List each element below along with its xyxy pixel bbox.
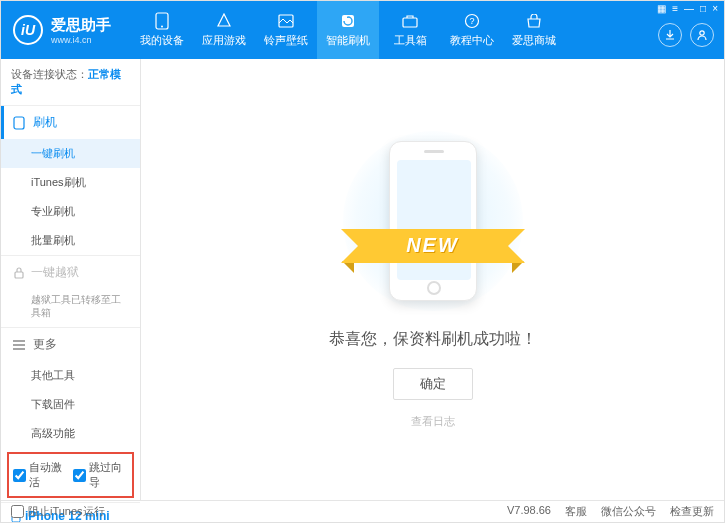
phone-icon — [153, 12, 171, 30]
svg-rect-8 — [14, 117, 24, 129]
new-badge: NEW — [348, 226, 518, 266]
svg-point-7 — [700, 31, 704, 35]
app-header: iU 爱思助手 www.i4.cn 我的设备 应用游戏 铃声壁纸 智能刷机 工具… — [1, 1, 724, 59]
svg-text:?: ? — [469, 16, 474, 26]
sidebar-other-tools[interactable]: 其他工具 — [1, 361, 140, 390]
wallpaper-icon — [277, 12, 295, 30]
app-name: 爱思助手 — [51, 16, 111, 35]
block-itunes-checkbox[interactable]: 阻止iTunes运行 — [11, 504, 105, 519]
menu-button[interactable]: ▦ — [657, 3, 666, 14]
update-link[interactable]: 检查更新 — [670, 504, 714, 519]
apps-icon — [215, 12, 233, 30]
menu2-button[interactable]: ≡ — [672, 3, 678, 14]
sidebar-more-header[interactable]: 更多 — [1, 328, 140, 361]
sidebar-pro-flash[interactable]: 专业刷机 — [1, 197, 140, 226]
phone-small-icon — [13, 116, 25, 130]
toolbox-icon — [401, 12, 419, 30]
nav-flash[interactable]: 智能刷机 — [317, 1, 379, 59]
sidebar-advanced[interactable]: 高级功能 — [1, 419, 140, 448]
svg-rect-4 — [403, 18, 417, 27]
sidebar-itunes-flash[interactable]: iTunes刷机 — [1, 168, 140, 197]
version-label: V7.98.66 — [507, 504, 551, 519]
list-icon — [13, 340, 25, 350]
close-button[interactable]: × — [712, 3, 718, 14]
nav-store[interactable]: 爱思商城 — [503, 1, 565, 59]
logo-icon: iU — [13, 15, 43, 45]
maximize-button[interactable]: □ — [700, 3, 706, 14]
store-icon — [525, 12, 543, 30]
sidebar-oneclick-flash[interactable]: 一键刷机 — [1, 139, 140, 168]
user-button[interactable] — [690, 23, 714, 47]
nav-ringtones[interactable]: 铃声壁纸 — [255, 1, 317, 59]
main-content: NEW 恭喜您，保资料刷机成功啦！ 确定 查看日志 — [141, 59, 724, 500]
main-nav: 我的设备 应用游戏 铃声壁纸 智能刷机 工具箱 ? 教程中心 爱思商城 — [131, 1, 565, 59]
logo: iU 爱思助手 www.i4.cn — [1, 15, 123, 45]
success-message: 恭喜您，保资料刷机成功啦！ — [329, 329, 537, 350]
app-url: www.i4.cn — [51, 35, 111, 45]
help-icon: ? — [463, 12, 481, 30]
sidebar-flash-header[interactable]: 刷机 — [1, 106, 140, 139]
svg-rect-9 — [15, 272, 23, 278]
view-log-link[interactable]: 查看日志 — [411, 414, 455, 429]
nav-toolbox[interactable]: 工具箱 — [379, 1, 441, 59]
phone-illustration: NEW — [358, 131, 508, 311]
sidebar: 设备连接状态：正常模式 刷机 一键刷机 iTunes刷机 专业刷机 批量刷机 一… — [1, 59, 141, 500]
download-button[interactable] — [658, 23, 682, 47]
service-link[interactable]: 客服 — [565, 504, 587, 519]
svg-point-1 — [161, 26, 163, 28]
flash-icon — [339, 12, 357, 30]
nav-tutorials[interactable]: ? 教程中心 — [441, 1, 503, 59]
wechat-link[interactable]: 微信公众号 — [601, 504, 656, 519]
nav-my-device[interactable]: 我的设备 — [131, 1, 193, 59]
skip-wizard-checkbox[interactable]: 跳过向导 — [73, 460, 129, 490]
sidebar-download-fw[interactable]: 下载固件 — [1, 390, 140, 419]
minimize-button[interactable]: — — [684, 3, 694, 14]
nav-apps[interactable]: 应用游戏 — [193, 1, 255, 59]
jailbreak-note: 越狱工具已转移至工具箱 — [1, 289, 140, 327]
flash-options: 自动激活 跳过向导 — [7, 452, 134, 498]
ok-button[interactable]: 确定 — [393, 368, 473, 400]
auto-activate-checkbox[interactable]: 自动激活 — [13, 460, 69, 490]
sidebar-jailbreak-header: 一键越狱 — [1, 256, 140, 289]
lock-icon — [13, 267, 25, 279]
sidebar-batch-flash[interactable]: 批量刷机 — [1, 226, 140, 255]
window-controls: ▦ ≡ — □ × — [657, 3, 718, 14]
connection-status: 设备连接状态：正常模式 — [1, 59, 140, 105]
